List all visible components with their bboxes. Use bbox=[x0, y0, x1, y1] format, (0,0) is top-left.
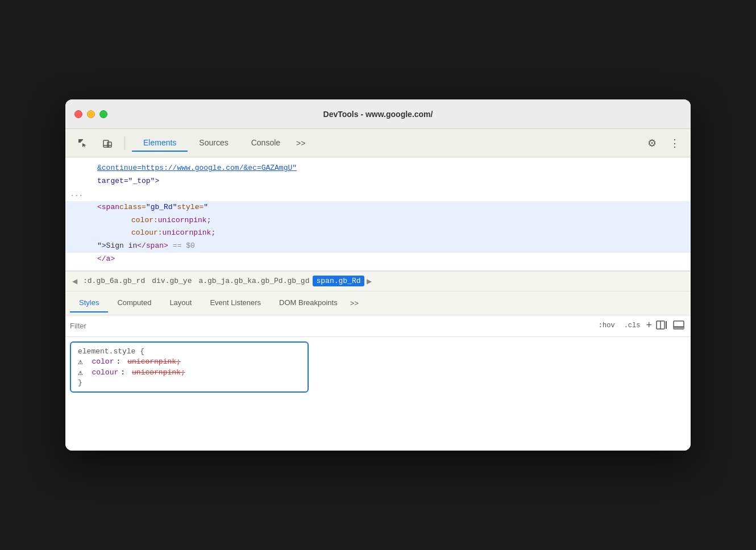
breadcrumb-left-arrow[interactable]: ◀ bbox=[70, 275, 80, 288]
inspect-icon bbox=[655, 319, 668, 331]
cls-button[interactable]: .cls bbox=[621, 320, 644, 331]
css-colon-1: : bbox=[121, 368, 125, 377]
code-ellipsis: ... bbox=[65, 188, 691, 201]
svg-rect-15 bbox=[666, 321, 667, 329]
tab-dom-breakpoints[interactable]: DOM Breakpoints bbox=[270, 294, 347, 312]
svg-rect-6 bbox=[78, 141, 80, 143]
svg-rect-7 bbox=[80, 141, 81, 143]
breadcrumb-item-2[interactable]: a.gb_ja.gb_ka.gb_Pd.gb_gd bbox=[195, 276, 313, 286]
css-property-colour: ⚠️ colour : unicornpink; bbox=[78, 368, 301, 377]
html-code-viewer: &continue=https://www.google.com/&ec=GAZ… bbox=[65, 157, 691, 270]
more-options-button[interactable]: ⋮ bbox=[666, 134, 684, 152]
code-line-color: color: unicornpink; bbox=[65, 214, 691, 227]
settings-button[interactable]: ⚙ bbox=[643, 134, 661, 152]
panel-icon bbox=[672, 319, 685, 331]
code-line-a-close: </a> bbox=[65, 253, 691, 266]
tab-layout[interactable]: Layout bbox=[160, 294, 201, 312]
window-title: DevTools - www.google.com/ bbox=[323, 110, 433, 119]
svg-rect-3 bbox=[80, 140, 81, 141]
filter-actions: :hov .cls + bbox=[595, 319, 686, 333]
warning-icon-color: ⚠️ bbox=[78, 357, 82, 366]
code-line-2: target="_top"> bbox=[65, 175, 691, 188]
code-line-colour: colour: unicornpink; bbox=[65, 227, 691, 240]
toggle-sidebar-button[interactable] bbox=[654, 319, 669, 333]
device-toolbar-button[interactable] bbox=[97, 133, 118, 153]
breadcrumb-item-1[interactable]: div.gb_ye bbox=[148, 276, 195, 286]
collapse-panel-button[interactable] bbox=[671, 319, 686, 333]
css-property-color: ⚠️ color : unicornpink; bbox=[78, 357, 301, 366]
breadcrumb-bar: ◀ :d.gb_6a.gb_rd div.gb_ye a.gb_ja.gb_ka… bbox=[65, 271, 691, 291]
devtools-window: DevTools - www.google.com/ bbox=[65, 99, 691, 450]
tab-sources[interactable]: Sources bbox=[188, 135, 239, 152]
inspect-element-button[interactable] bbox=[72, 133, 93, 153]
titlebar: DevTools - www.google.com/ bbox=[65, 99, 691, 129]
code-line-span-content: ">Sign in</span> == $0 bbox=[65, 240, 691, 253]
css-close-brace: } bbox=[78, 378, 301, 387]
toolbar-tabs: Elements Sources Console >> bbox=[132, 135, 638, 152]
css-rule-element-style: element.style { ⚠️ color : unicornpink; … bbox=[70, 341, 309, 393]
traffic-lights bbox=[74, 110, 107, 118]
more-styles-tabs-button[interactable]: >> bbox=[347, 297, 362, 310]
code-target-attr: target="_top"> bbox=[97, 176, 159, 188]
bottom-section: Styles Computed Layout Event Listeners D… bbox=[65, 291, 691, 451]
svg-rect-8 bbox=[82, 139, 83, 140]
close-button[interactable] bbox=[74, 110, 82, 118]
tab-styles[interactable]: Styles bbox=[70, 294, 108, 312]
toolbar-separator bbox=[124, 136, 125, 150]
breadcrumb-item-0[interactable]: :d.gb_6a.gb_rd bbox=[80, 276, 148, 286]
css-prop-name-color[interactable]: color bbox=[92, 357, 114, 366]
toolbar: Elements Sources Console >> ⚙ ⋮ bbox=[65, 129, 691, 157]
css-rules-area: element.style { ⚠️ color : unicornpink; … bbox=[65, 337, 691, 451]
tab-elements[interactable]: Elements bbox=[132, 135, 188, 152]
filter-bar: :hov .cls + bbox=[65, 315, 691, 337]
code-line-span-open: <span class="gb_Rd" style=" bbox=[65, 201, 691, 214]
url-link[interactable]: &continue=https://www.google.com/&ec=GAZ… bbox=[97, 163, 297, 174]
cursor-icon bbox=[77, 138, 88, 149]
elements-panel: &continue=https://www.google.com/&ec=GAZ… bbox=[65, 157, 691, 270]
svg-rect-0 bbox=[78, 139, 80, 140]
add-rule-button[interactable]: + bbox=[646, 319, 652, 331]
tab-console[interactable]: Console bbox=[240, 135, 292, 152]
breadcrumb-right-arrow[interactable]: ▶ bbox=[364, 275, 374, 288]
css-colon-0: : bbox=[116, 357, 121, 366]
maximize-button[interactable] bbox=[99, 110, 107, 118]
svg-rect-10 bbox=[107, 142, 111, 147]
css-prop-value-colour[interactable]: unicornpink; bbox=[132, 368, 185, 377]
svg-rect-1 bbox=[80, 139, 81, 140]
breadcrumb-item-3[interactable]: span.gb_Rd bbox=[313, 276, 364, 286]
code-line-1: &continue=https://www.google.com/&ec=GAZ… bbox=[65, 162, 691, 175]
tab-event-listeners[interactable]: Event Listeners bbox=[201, 294, 270, 312]
svg-rect-5 bbox=[81, 140, 82, 141]
css-prop-value-color[interactable]: unicornpink; bbox=[127, 357, 181, 366]
svg-rect-2 bbox=[78, 140, 80, 141]
toolbar-right: ⚙ ⋮ bbox=[643, 134, 684, 152]
device-icon bbox=[102, 138, 113, 149]
filter-input[interactable] bbox=[70, 322, 595, 330]
css-selector: element.style { bbox=[78, 347, 301, 356]
warning-icon-colour: ⚠️ bbox=[78, 368, 82, 377]
hov-button[interactable]: :hov bbox=[595, 320, 618, 331]
minimize-button[interactable] bbox=[87, 110, 95, 118]
css-prop-name-colour[interactable]: colour bbox=[92, 368, 118, 377]
tab-computed[interactable]: Computed bbox=[108, 294, 160, 312]
svg-rect-4 bbox=[81, 139, 82, 140]
more-tabs-button[interactable]: >> bbox=[292, 136, 310, 150]
styles-tabs-bar: Styles Computed Layout Event Listeners D… bbox=[65, 291, 691, 315]
